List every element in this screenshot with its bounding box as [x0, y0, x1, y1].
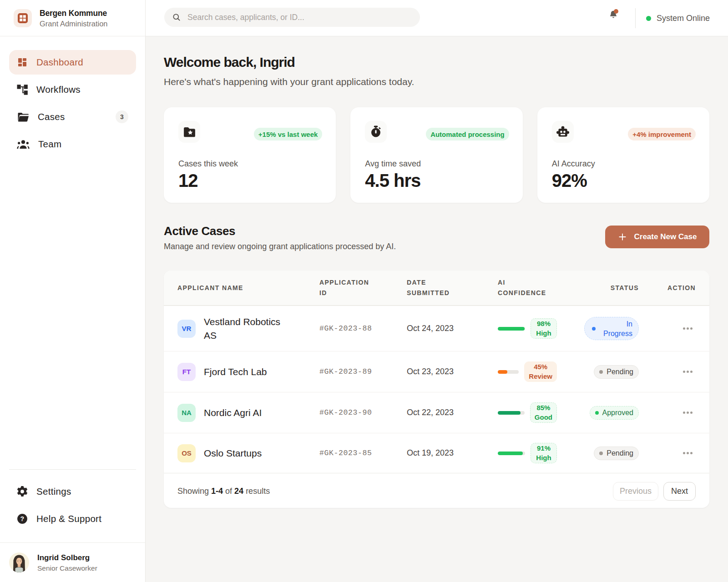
svg-text:?: ?	[20, 515, 25, 522]
